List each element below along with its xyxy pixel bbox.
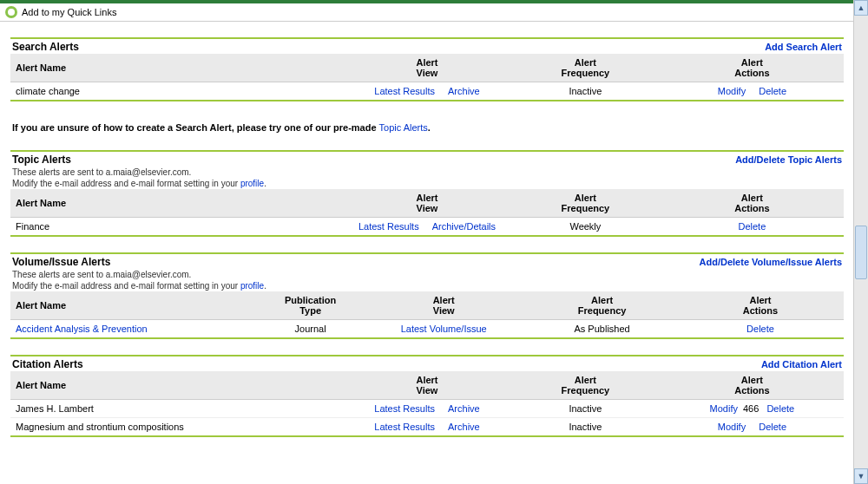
- quick-links-icon: [5, 6, 17, 18]
- add-citation-alert-link[interactable]: Add Citation Alert: [761, 359, 842, 370]
- col-alert-freq: AlertFrequency: [510, 189, 661, 218]
- latest-results-link[interactable]: Latest Results: [374, 86, 435, 96]
- latest-volume-link[interactable]: Latest Volume/Issue: [401, 324, 487, 334]
- topic-alerts-link[interactable]: Topic Alerts: [379, 122, 428, 133]
- col-alert-name: Alert Name: [10, 189, 344, 218]
- latest-results-link[interactable]: Latest Results: [374, 422, 435, 432]
- delete-link[interactable]: Delete: [766, 403, 794, 414]
- modify-link[interactable]: Modify: [718, 86, 746, 96]
- scroll-thumb[interactable]: [855, 226, 867, 279]
- latest-results-link[interactable]: Latest Results: [374, 403, 435, 414]
- archive-link[interactable]: Archive: [448, 86, 480, 96]
- modify-link[interactable]: Modify: [718, 422, 746, 432]
- col-alert-name: Alert Name: [10, 54, 344, 82]
- col-alert-view: AlertView: [344, 189, 510, 218]
- archive-link[interactable]: Archive: [448, 422, 480, 432]
- quick-links-bar: Add to my Quick Links: [0, 3, 854, 22]
- table-row: Accident Analysis & Prevention Journal L…: [10, 320, 844, 338]
- col-alert-actions: AlertActions: [677, 291, 844, 320]
- alert-freq-cell: Inactive: [510, 400, 661, 418]
- delete-link[interactable]: Delete: [759, 422, 786, 432]
- col-alert-actions: AlertActions: [661, 371, 844, 400]
- section-divider: [10, 100, 844, 101]
- archive-link[interactable]: Archive: [448, 403, 480, 414]
- archive-details-link[interactable]: Archive/Details: [432, 221, 496, 232]
- topic-email-note: These alerts are sent to a.maia@elsevier…: [10, 167, 844, 178]
- scrollbar[interactable]: ▲ ▼: [853, 0, 868, 484]
- section-divider: [10, 337, 844, 339]
- alert-freq-cell: Inactive: [510, 82, 661, 101]
- profile-link[interactable]: profile: [240, 179, 264, 188]
- volume-alerts-table: Alert Name PublicationType AlertView Ale…: [10, 291, 844, 337]
- alert-name-cell: Finance: [10, 218, 344, 236]
- col-alert-actions: AlertActions: [661, 189, 844, 218]
- table-row: climate change Latest Results Archive In…: [10, 82, 844, 101]
- scroll-up-icon[interactable]: ▲: [854, 0, 868, 16]
- search-alerts-title: Search Alerts: [12, 41, 79, 53]
- alert-name-link[interactable]: Accident Analysis & Prevention: [16, 324, 148, 334]
- delete-link[interactable]: Delete: [739, 221, 766, 232]
- table-row: Magnesium and strontium compositions Lat…: [10, 418, 844, 436]
- citation-alerts-title: Citation Alerts: [12, 358, 83, 370]
- volume-profile-note: Modify the e-mail address and e-mail for…: [10, 280, 844, 291]
- alert-name-cell: climate change: [10, 82, 344, 101]
- col-alert-view: AlertView: [344, 371, 510, 400]
- topic-alerts-table: Alert Name AlertView AlertFrequency Aler…: [10, 189, 844, 235]
- volume-alerts-title: Volume/Issue Alerts: [12, 256, 110, 268]
- latest-results-link[interactable]: Latest Results: [358, 221, 419, 232]
- delete-link[interactable]: Delete: [759, 86, 786, 96]
- col-alert-freq: AlertFrequency: [510, 371, 661, 400]
- topic-alerts-title: Topic Alerts: [12, 154, 71, 166]
- table-row: James H. Lambert Latest Results Archive …: [10, 400, 844, 418]
- section-divider: [10, 235, 844, 237]
- add-delete-volume-alerts-link[interactable]: Add/Delete Volume/Issue Alerts: [700, 257, 842, 267]
- volume-email-note: These alerts are sent to a.maia@elsevier…: [10, 269, 844, 280]
- col-alert-name: Alert Name: [10, 371, 344, 400]
- delete-link[interactable]: Delete: [746, 324, 774, 334]
- add-search-alert-link[interactable]: Add Search Alert: [765, 42, 842, 52]
- alert-name-cell: Magnesium and strontium compositions: [10, 418, 344, 436]
- topic-profile-note: Modify the e-mail address and e-mail for…: [10, 178, 844, 189]
- scroll-down-icon[interactable]: ▼: [854, 468, 868, 484]
- pub-type-cell: Journal: [260, 320, 360, 338]
- col-alert-freq: AlertFrequency: [510, 54, 661, 82]
- alert-freq-cell: Inactive: [510, 418, 661, 436]
- alert-freq-cell: Weekly: [510, 218, 661, 236]
- quick-links-label[interactable]: Add to my Quick Links: [22, 7, 116, 17]
- citation-alerts-table: Alert Name AlertView AlertFrequency Aler…: [10, 371, 844, 435]
- col-alert-actions: AlertActions: [661, 54, 844, 82]
- table-row: Finance Latest Results Archive/Details W…: [10, 218, 844, 236]
- section-divider: [10, 435, 844, 437]
- alert-name-cell: James H. Lambert: [10, 400, 344, 418]
- col-alert-view: AlertView: [360, 291, 527, 320]
- col-alert-name: Alert Name: [10, 291, 260, 320]
- alert-freq-cell: As Published: [527, 320, 677, 338]
- add-delete-topic-alerts-link[interactable]: Add/Delete Topic Alerts: [735, 154, 842, 165]
- info-text: If you are unsure of how to create a Sea…: [10, 121, 844, 134]
- search-alerts-table: Alert Name AlertView AlertFrequency Aler…: [10, 54, 844, 100]
- col-alert-freq: AlertFrequency: [527, 291, 677, 320]
- modify-link[interactable]: Modify: [710, 403, 738, 414]
- col-pub-type: PublicationType: [260, 291, 360, 320]
- profile-link[interactable]: profile: [240, 281, 264, 291]
- col-alert-view: AlertView: [344, 54, 510, 82]
